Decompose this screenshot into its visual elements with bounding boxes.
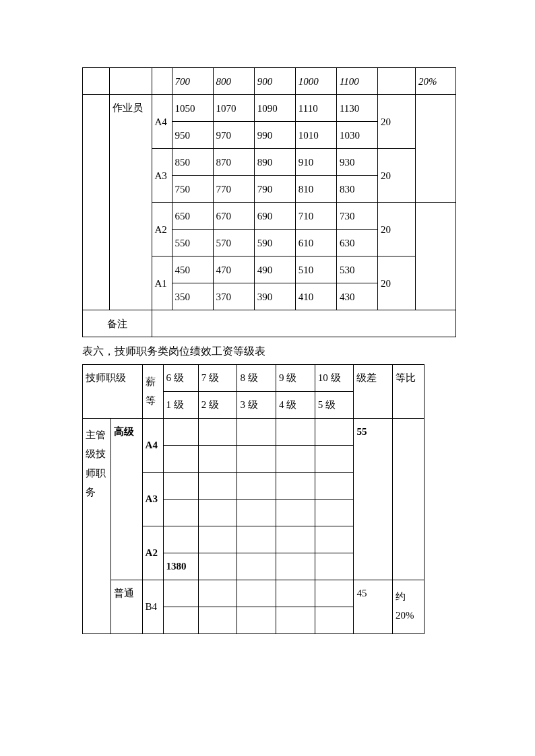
cell: [315, 607, 354, 633]
cell: 810: [295, 176, 336, 203]
role-label: 作业员: [110, 95, 152, 310]
grade-label: A3: [152, 149, 172, 203]
cell: 630: [336, 230, 377, 256]
cell: 510: [295, 256, 336, 283]
cell: [198, 418, 237, 445]
cell: [276, 499, 315, 526]
cell: 1010: [295, 122, 336, 149]
cell: [163, 580, 198, 607]
cell: 690: [254, 203, 295, 230]
cell: 990: [254, 122, 295, 149]
cell: 1110: [295, 95, 336, 122]
cell: 430: [336, 283, 377, 310]
grade-label: A4: [152, 95, 172, 149]
cell: 1070: [213, 95, 254, 122]
cell: 550: [172, 230, 213, 256]
cell: [163, 526, 198, 553]
cell: 930: [336, 149, 377, 176]
cell: 870: [213, 149, 254, 176]
cell: [237, 499, 276, 526]
cell: 950: [172, 122, 213, 149]
cell: 450: [172, 256, 213, 283]
cell: 790: [254, 176, 295, 203]
header-col: 4 级: [276, 391, 315, 418]
cell: [198, 445, 237, 472]
cell: [198, 526, 237, 553]
cell: 800: [213, 68, 254, 95]
cell: 1030: [336, 122, 377, 149]
cell: 590: [254, 230, 295, 256]
header-col: 10 级: [315, 364, 354, 391]
cell: 910: [295, 149, 336, 176]
header-col: 9 级: [276, 364, 315, 391]
header-pay: 薪等: [142, 364, 163, 418]
cell: [315, 580, 354, 607]
cell: [198, 553, 237, 580]
diff-cell: 20: [377, 203, 415, 256]
cell: [163, 607, 198, 633]
cell: 900: [254, 68, 295, 95]
diff-cell: 20: [377, 149, 415, 203]
table-row: 700 800 900 1000 1100 20%: [83, 68, 456, 95]
cell: [237, 580, 276, 607]
header-col: 5 级: [315, 391, 354, 418]
cell: [163, 499, 198, 526]
cell: [315, 526, 354, 553]
cell: [276, 526, 315, 553]
cell: [276, 580, 315, 607]
salary-table-2: 技师职级 薪等 6 级 7 级 8 级 9 级 10 级 级差 等比 1 级 2…: [82, 364, 456, 634]
cell: 410: [295, 283, 336, 310]
cell: [198, 472, 237, 499]
cell: [237, 526, 276, 553]
table-row: 技师职级 薪等 6 级 7 级 8 级 9 级 10 级 级差 等比: [83, 364, 456, 391]
cell: 530: [336, 256, 377, 283]
cell: [163, 472, 198, 499]
cell: [276, 553, 315, 580]
cell: [315, 418, 354, 445]
ratio-cell: 约20%: [393, 580, 424, 633]
cell: 650: [172, 203, 213, 230]
header-col: 6 级: [163, 364, 198, 391]
header-col: 2 级: [198, 391, 237, 418]
cell: [315, 553, 354, 580]
cell: 610: [295, 230, 336, 256]
cell: [315, 472, 354, 499]
group-label: 主管级技师职务: [83, 418, 111, 633]
cell: [276, 607, 315, 633]
table-row: 普通 B4 45 约20%: [83, 580, 456, 607]
cell: [198, 607, 237, 633]
cell: 470: [213, 256, 254, 283]
grade-label: A1: [152, 256, 172, 310]
note-label: 备注: [83, 310, 152, 337]
cell: 1130: [336, 95, 377, 122]
cell: [237, 553, 276, 580]
header-diff: 级差: [354, 364, 393, 418]
header-col: 3 级: [237, 391, 276, 418]
cell: 570: [213, 230, 254, 256]
cell: [237, 418, 276, 445]
header-col: 8 级: [237, 364, 276, 391]
grade-label: A4: [142, 418, 163, 472]
cell: 700: [172, 68, 213, 95]
header-role: 技师职级: [83, 364, 143, 418]
cell: 350: [172, 283, 213, 310]
table-caption: 表六，技师职务类岗位绩效工资等级表: [82, 343, 456, 360]
cell: [163, 445, 198, 472]
diff-cell: 55: [354, 418, 393, 580]
cell: 1380: [163, 553, 198, 580]
cell: [276, 445, 315, 472]
cell: [198, 499, 237, 526]
cell: 830: [336, 176, 377, 203]
diff-cell: 20: [377, 95, 415, 149]
level-normal: 普通: [111, 580, 142, 633]
cell: 770: [213, 176, 254, 203]
grade-label: A2: [152, 203, 172, 256]
header-ratio: 等比: [393, 364, 424, 418]
cell: [83, 68, 110, 95]
cell: [237, 607, 276, 633]
cell: [276, 418, 315, 445]
cell: 750: [172, 176, 213, 203]
salary-table-1: 700 800 900 1000 1100 20% 作业员 A4 1050 10…: [82, 67, 456, 337]
grade-label: A3: [142, 472, 163, 526]
level-high: 高级: [111, 418, 142, 580]
